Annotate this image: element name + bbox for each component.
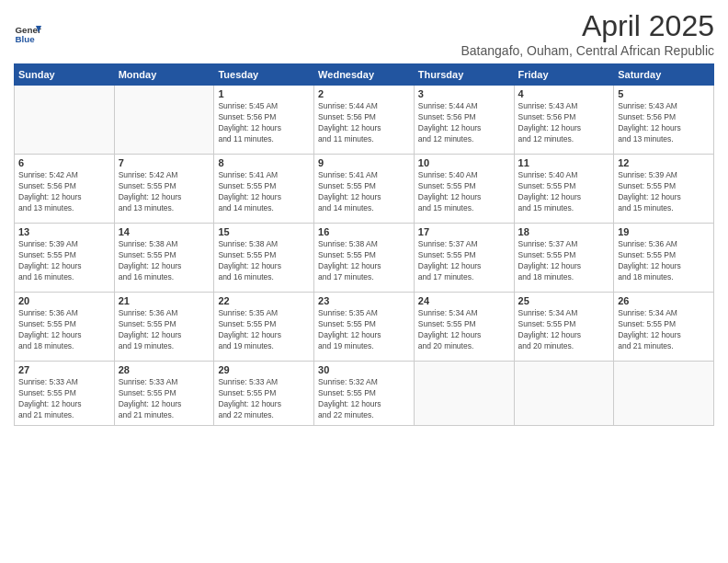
calendar-cell: 20Sunrise: 5:36 AM Sunset: 5:55 PM Dayli… <box>15 293 115 362</box>
calendar-cell: 1Sunrise: 5:45 AM Sunset: 5:56 PM Daylig… <box>214 86 314 155</box>
day-info: Sunrise: 5:35 AM Sunset: 5:55 PM Dayligh… <box>218 308 310 352</box>
day-info: Sunrise: 5:43 AM Sunset: 5:56 PM Dayligh… <box>618 101 710 145</box>
day-number: 26 <box>618 295 710 306</box>
day-info: Sunrise: 5:33 AM Sunset: 5:55 PM Dayligh… <box>119 377 210 421</box>
calendar-cell <box>614 362 714 426</box>
day-info: Sunrise: 5:44 AM Sunset: 5:56 PM Dayligh… <box>418 101 510 145</box>
day-info: Sunrise: 5:40 AM Sunset: 5:55 PM Dayligh… <box>418 170 510 214</box>
day-info: Sunrise: 5:41 AM Sunset: 5:55 PM Dayligh… <box>218 170 310 214</box>
day-number: 18 <box>518 226 610 237</box>
day-number: 2 <box>318 88 410 99</box>
day-info: Sunrise: 5:37 AM Sunset: 5:55 PM Dayligh… <box>518 239 610 283</box>
calendar-header-row: SundayMondayTuesdayWednesdayThursdayFrid… <box>15 64 714 86</box>
day-number: 9 <box>318 157 410 168</box>
day-number: 27 <box>18 364 110 375</box>
day-number: 4 <box>518 88 610 99</box>
calendar-cell: 9Sunrise: 5:41 AM Sunset: 5:55 PM Daylig… <box>314 155 415 224</box>
title-block: April 2025 Batangafo, Ouham, Central Afr… <box>461 9 715 58</box>
calendar-cell <box>514 362 614 426</box>
column-header-sunday: Sunday <box>15 64 115 86</box>
logo-icon: General Blue <box>14 20 41 48</box>
calendar-cell: 21Sunrise: 5:36 AM Sunset: 5:55 PM Dayli… <box>114 293 214 362</box>
day-info: Sunrise: 5:35 AM Sunset: 5:55 PM Dayligh… <box>318 308 410 352</box>
calendar: SundayMondayTuesdayWednesdayThursdayFrid… <box>14 63 714 426</box>
svg-text:Blue: Blue <box>16 34 36 44</box>
day-number: 20 <box>18 295 110 306</box>
day-number: 22 <box>218 295 310 306</box>
calendar-cell: 3Sunrise: 5:44 AM Sunset: 5:56 PM Daylig… <box>414 86 514 155</box>
calendar-cell: 27Sunrise: 5:33 AM Sunset: 5:55 PM Dayli… <box>15 362 115 426</box>
day-number: 6 <box>18 157 110 168</box>
day-number: 30 <box>318 364 410 375</box>
day-number: 29 <box>218 364 310 375</box>
day-info: Sunrise: 5:34 AM Sunset: 5:55 PM Dayligh… <box>418 308 510 352</box>
page: General Blue April 2025 Batangafo, Ouham… <box>0 0 728 563</box>
week-row-3: 13Sunrise: 5:39 AM Sunset: 5:55 PM Dayli… <box>15 224 714 293</box>
logo: General Blue <box>14 20 44 48</box>
day-number: 3 <box>418 88 510 99</box>
day-number: 24 <box>418 295 510 306</box>
calendar-cell: 23Sunrise: 5:35 AM Sunset: 5:55 PM Dayli… <box>314 293 415 362</box>
day-info: Sunrise: 5:42 AM Sunset: 5:55 PM Dayligh… <box>119 170 210 214</box>
calendar-cell: 22Sunrise: 5:35 AM Sunset: 5:55 PM Dayli… <box>214 293 314 362</box>
calendar-cell: 5Sunrise: 5:43 AM Sunset: 5:56 PM Daylig… <box>614 86 714 155</box>
day-number: 15 <box>218 226 310 237</box>
day-info: Sunrise: 5:39 AM Sunset: 5:55 PM Dayligh… <box>18 239 110 283</box>
calendar-cell: 28Sunrise: 5:33 AM Sunset: 5:55 PM Dayli… <box>114 362 214 426</box>
calendar-cell <box>15 86 115 155</box>
day-number: 16 <box>318 226 410 237</box>
month-title: April 2025 <box>461 9 715 43</box>
day-info: Sunrise: 5:39 AM Sunset: 5:55 PM Dayligh… <box>618 170 710 214</box>
calendar-cell: 11Sunrise: 5:40 AM Sunset: 5:55 PM Dayli… <box>514 155 614 224</box>
calendar-cell: 18Sunrise: 5:37 AM Sunset: 5:55 PM Dayli… <box>514 224 614 293</box>
calendar-cell: 29Sunrise: 5:33 AM Sunset: 5:55 PM Dayli… <box>214 362 314 426</box>
day-info: Sunrise: 5:36 AM Sunset: 5:55 PM Dayligh… <box>618 239 710 283</box>
calendar-cell: 17Sunrise: 5:37 AM Sunset: 5:55 PM Dayli… <box>414 224 514 293</box>
day-info: Sunrise: 5:36 AM Sunset: 5:55 PM Dayligh… <box>18 308 110 352</box>
day-info: Sunrise: 5:34 AM Sunset: 5:55 PM Dayligh… <box>618 308 710 352</box>
day-number: 25 <box>518 295 610 306</box>
day-number: 14 <box>119 226 210 237</box>
day-info: Sunrise: 5:40 AM Sunset: 5:55 PM Dayligh… <box>518 170 610 214</box>
day-info: Sunrise: 5:44 AM Sunset: 5:56 PM Dayligh… <box>318 101 410 145</box>
calendar-cell: 16Sunrise: 5:38 AM Sunset: 5:55 PM Dayli… <box>314 224 415 293</box>
column-header-monday: Monday <box>114 64 214 86</box>
day-info: Sunrise: 5:32 AM Sunset: 5:55 PM Dayligh… <box>318 377 410 421</box>
calendar-cell <box>414 362 514 426</box>
day-info: Sunrise: 5:38 AM Sunset: 5:55 PM Dayligh… <box>119 239 210 283</box>
subtitle: Batangafo, Ouham, Central African Republ… <box>461 43 715 58</box>
day-info: Sunrise: 5:36 AM Sunset: 5:55 PM Dayligh… <box>119 308 210 352</box>
week-row-4: 20Sunrise: 5:36 AM Sunset: 5:55 PM Dayli… <box>15 293 714 362</box>
day-info: Sunrise: 5:37 AM Sunset: 5:55 PM Dayligh… <box>418 239 510 283</box>
calendar-cell: 6Sunrise: 5:42 AM Sunset: 5:56 PM Daylig… <box>15 155 115 224</box>
day-number: 19 <box>618 226 710 237</box>
column-header-thursday: Thursday <box>414 64 514 86</box>
day-info: Sunrise: 5:38 AM Sunset: 5:55 PM Dayligh… <box>318 239 410 283</box>
day-info: Sunrise: 5:34 AM Sunset: 5:55 PM Dayligh… <box>518 308 610 352</box>
day-number: 17 <box>418 226 510 237</box>
calendar-cell: 14Sunrise: 5:38 AM Sunset: 5:55 PM Dayli… <box>114 224 214 293</box>
calendar-cell: 25Sunrise: 5:34 AM Sunset: 5:55 PM Dayli… <box>514 293 614 362</box>
column-header-saturday: Saturday <box>614 64 714 86</box>
day-number: 1 <box>218 88 310 99</box>
day-number: 28 <box>119 364 210 375</box>
day-info: Sunrise: 5:33 AM Sunset: 5:55 PM Dayligh… <box>18 377 110 421</box>
day-info: Sunrise: 5:38 AM Sunset: 5:55 PM Dayligh… <box>218 239 310 283</box>
day-number: 12 <box>618 157 710 168</box>
week-row-5: 27Sunrise: 5:33 AM Sunset: 5:55 PM Dayli… <box>15 362 714 426</box>
week-row-2: 6Sunrise: 5:42 AM Sunset: 5:56 PM Daylig… <box>15 155 714 224</box>
day-number: 7 <box>119 157 210 168</box>
day-info: Sunrise: 5:41 AM Sunset: 5:55 PM Dayligh… <box>318 170 410 214</box>
week-row-1: 1Sunrise: 5:45 AM Sunset: 5:56 PM Daylig… <box>15 86 714 155</box>
day-number: 21 <box>119 295 210 306</box>
day-info: Sunrise: 5:45 AM Sunset: 5:56 PM Dayligh… <box>218 101 310 145</box>
day-number: 10 <box>418 157 510 168</box>
day-number: 8 <box>218 157 310 168</box>
calendar-cell: 10Sunrise: 5:40 AM Sunset: 5:55 PM Dayli… <box>414 155 514 224</box>
column-header-tuesday: Tuesday <box>214 64 314 86</box>
calendar-cell: 4Sunrise: 5:43 AM Sunset: 5:56 PM Daylig… <box>514 86 614 155</box>
calendar-cell: 13Sunrise: 5:39 AM Sunset: 5:55 PM Dayli… <box>15 224 115 293</box>
calendar-cell: 24Sunrise: 5:34 AM Sunset: 5:55 PM Dayli… <box>414 293 514 362</box>
column-header-friday: Friday <box>514 64 614 86</box>
column-header-wednesday: Wednesday <box>314 64 415 86</box>
